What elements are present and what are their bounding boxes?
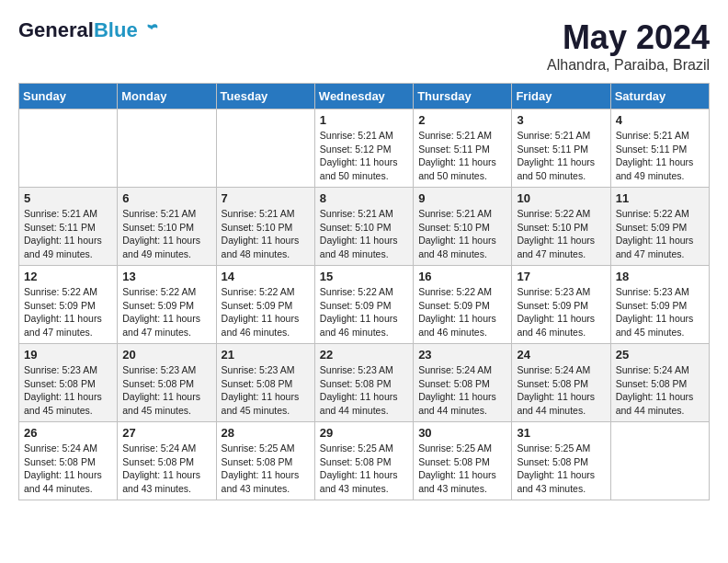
day-number: 9 xyxy=(418,191,506,205)
day-number: 12 xyxy=(24,270,112,283)
table-cell: 6Sunrise: 5:21 AM Sunset: 5:10 PM Daylig… xyxy=(118,188,216,266)
table-cell: 20Sunrise: 5:23 AM Sunset: 5:08 PM Dayli… xyxy=(118,344,216,422)
day-number: 6 xyxy=(122,191,210,205)
logo-general: General xyxy=(18,18,94,41)
table-cell: 12Sunrise: 5:22 AM Sunset: 5:09 PM Dayli… xyxy=(19,266,118,344)
bird-icon xyxy=(140,20,160,40)
day-info: Sunrise: 5:24 AM Sunset: 5:08 PM Dayligh… xyxy=(616,363,704,418)
day-number: 14 xyxy=(222,270,310,283)
day-info: Sunrise: 5:22 AM Sunset: 5:09 PM Dayligh… xyxy=(222,285,310,339)
col-tuesday: Tuesday xyxy=(216,84,314,109)
day-info: Sunrise: 5:25 AM Sunset: 5:08 PM Dayligh… xyxy=(222,442,310,496)
day-number: 1 xyxy=(320,113,408,127)
day-info: Sunrise: 5:21 AM Sunset: 5:10 PM Dayligh… xyxy=(222,207,310,261)
day-number: 28 xyxy=(222,426,310,440)
day-number: 7 xyxy=(222,191,310,205)
logo-blue: Blue xyxy=(94,18,138,41)
day-number: 13 xyxy=(122,270,210,283)
table-cell: 7Sunrise: 5:21 AM Sunset: 5:10 PM Daylig… xyxy=(216,188,314,266)
table-cell: 4Sunrise: 5:21 AM Sunset: 5:11 PM Daylig… xyxy=(610,109,709,188)
day-info: Sunrise: 5:24 AM Sunset: 5:08 PM Dayligh… xyxy=(24,442,112,496)
day-number: 19 xyxy=(24,348,112,362)
day-info: Sunrise: 5:23 AM Sunset: 5:08 PM Dayligh… xyxy=(320,363,408,418)
day-info: Sunrise: 5:22 AM Sunset: 5:09 PM Dayligh… xyxy=(320,285,408,339)
day-info: Sunrise: 5:24 AM Sunset: 5:08 PM Dayligh… xyxy=(517,363,605,418)
day-info: Sunrise: 5:21 AM Sunset: 5:11 PM Dayligh… xyxy=(418,129,506,183)
table-cell: 26Sunrise: 5:24 AM Sunset: 5:08 PM Dayli… xyxy=(19,422,118,500)
day-info: Sunrise: 5:24 AM Sunset: 5:08 PM Dayligh… xyxy=(122,442,210,496)
table-cell: 19Sunrise: 5:23 AM Sunset: 5:08 PM Dayli… xyxy=(19,344,118,422)
table-cell: 24Sunrise: 5:24 AM Sunset: 5:08 PM Dayli… xyxy=(512,344,610,422)
table-cell: 28Sunrise: 5:25 AM Sunset: 5:08 PM Dayli… xyxy=(216,422,314,500)
table-cell: 13Sunrise: 5:22 AM Sunset: 5:09 PM Dayli… xyxy=(118,266,216,344)
col-wednesday: Wednesday xyxy=(314,84,413,109)
table-cell: 14Sunrise: 5:22 AM Sunset: 5:09 PM Dayli… xyxy=(216,266,314,344)
col-friday: Friday xyxy=(512,84,610,109)
day-info: Sunrise: 5:23 AM Sunset: 5:08 PM Dayligh… xyxy=(222,363,310,418)
day-info: Sunrise: 5:21 AM Sunset: 5:10 PM Dayligh… xyxy=(320,207,408,261)
table-cell: 30Sunrise: 5:25 AM Sunset: 5:08 PM Dayli… xyxy=(414,422,512,500)
table-cell: 23Sunrise: 5:24 AM Sunset: 5:08 PM Dayli… xyxy=(414,344,512,422)
table-cell: 25Sunrise: 5:24 AM Sunset: 5:08 PM Dayli… xyxy=(610,344,709,422)
day-number: 10 xyxy=(517,191,605,205)
table-row: 26Sunrise: 5:24 AM Sunset: 5:08 PM Dayli… xyxy=(19,422,710,500)
day-number: 3 xyxy=(517,113,605,127)
day-number: 2 xyxy=(418,113,506,127)
table-cell: 16Sunrise: 5:22 AM Sunset: 5:09 PM Dayli… xyxy=(414,266,512,344)
day-number: 30 xyxy=(418,426,506,440)
table-cell: 3Sunrise: 5:21 AM Sunset: 5:11 PM Daylig… xyxy=(512,109,610,188)
day-number: 25 xyxy=(616,348,704,362)
day-number: 21 xyxy=(222,348,310,362)
day-number: 23 xyxy=(418,348,506,362)
day-info: Sunrise: 5:22 AM Sunset: 5:09 PM Dayligh… xyxy=(122,285,210,339)
day-info: Sunrise: 5:25 AM Sunset: 5:08 PM Dayligh… xyxy=(517,442,605,496)
table-cell: 15Sunrise: 5:22 AM Sunset: 5:09 PM Dayli… xyxy=(314,266,413,344)
day-info: Sunrise: 5:22 AM Sunset: 5:09 PM Dayligh… xyxy=(24,285,112,339)
table-cell: 8Sunrise: 5:21 AM Sunset: 5:10 PM Daylig… xyxy=(314,188,413,266)
day-info: Sunrise: 5:21 AM Sunset: 5:11 PM Dayligh… xyxy=(517,129,605,183)
table-cell: 27Sunrise: 5:24 AM Sunset: 5:08 PM Dayli… xyxy=(118,422,216,500)
table-cell: 29Sunrise: 5:25 AM Sunset: 5:08 PM Dayli… xyxy=(314,422,413,500)
subtitle: Alhandra, Paraiba, Brazil xyxy=(547,57,710,74)
day-info: Sunrise: 5:23 AM Sunset: 5:09 PM Dayligh… xyxy=(616,285,704,339)
day-info: Sunrise: 5:24 AM Sunset: 5:08 PM Dayligh… xyxy=(418,363,506,418)
table-cell: 31Sunrise: 5:25 AM Sunset: 5:08 PM Dayli… xyxy=(512,422,610,500)
table-row: 1Sunrise: 5:21 AM Sunset: 5:12 PM Daylig… xyxy=(19,109,710,188)
table-cell: 1Sunrise: 5:21 AM Sunset: 5:12 PM Daylig… xyxy=(314,109,413,188)
day-info: Sunrise: 5:23 AM Sunset: 5:08 PM Dayligh… xyxy=(122,363,210,418)
day-number: 4 xyxy=(616,113,704,127)
table-row: 19Sunrise: 5:23 AM Sunset: 5:08 PM Dayli… xyxy=(19,344,710,422)
table-row: 5Sunrise: 5:21 AM Sunset: 5:11 PM Daylig… xyxy=(19,188,710,266)
col-monday: Monday xyxy=(118,84,216,109)
table-cell: 5Sunrise: 5:21 AM Sunset: 5:11 PM Daylig… xyxy=(19,188,118,266)
table-cell: 2Sunrise: 5:21 AM Sunset: 5:11 PM Daylig… xyxy=(414,109,512,188)
page: GeneralBlue May 2024 Alhandra, Paraiba, … xyxy=(0,0,728,519)
day-number: 31 xyxy=(517,426,605,440)
table-cell: 18Sunrise: 5:23 AM Sunset: 5:09 PM Dayli… xyxy=(610,266,709,344)
table-cell: 11Sunrise: 5:22 AM Sunset: 5:09 PM Dayli… xyxy=(610,188,709,266)
table-cell xyxy=(19,109,118,188)
day-number: 26 xyxy=(24,426,112,440)
col-saturday: Saturday xyxy=(610,84,709,109)
day-number: 15 xyxy=(320,270,408,283)
day-info: Sunrise: 5:22 AM Sunset: 5:09 PM Dayligh… xyxy=(418,285,506,339)
table-cell: 9Sunrise: 5:21 AM Sunset: 5:10 PM Daylig… xyxy=(414,188,512,266)
table-cell: 17Sunrise: 5:23 AM Sunset: 5:09 PM Dayli… xyxy=(512,266,610,344)
day-number: 5 xyxy=(24,191,112,205)
month-title: May 2024 xyxy=(547,18,710,57)
day-number: 16 xyxy=(418,270,506,283)
day-info: Sunrise: 5:22 AM Sunset: 5:10 PM Dayligh… xyxy=(517,207,605,261)
day-info: Sunrise: 5:21 AM Sunset: 5:10 PM Dayligh… xyxy=(122,207,210,261)
day-info: Sunrise: 5:21 AM Sunset: 5:12 PM Dayligh… xyxy=(320,129,408,183)
col-thursday: Thursday xyxy=(414,84,512,109)
table-row: 12Sunrise: 5:22 AM Sunset: 5:09 PM Dayli… xyxy=(19,266,710,344)
title-block: May 2024 Alhandra, Paraiba, Brazil xyxy=(547,18,710,74)
day-info: Sunrise: 5:21 AM Sunset: 5:10 PM Dayligh… xyxy=(418,207,506,261)
table-cell xyxy=(610,422,709,500)
logo: GeneralBlue xyxy=(18,18,160,42)
table-cell xyxy=(216,109,314,188)
day-info: Sunrise: 5:21 AM Sunset: 5:11 PM Dayligh… xyxy=(24,207,112,261)
day-info: Sunrise: 5:23 AM Sunset: 5:09 PM Dayligh… xyxy=(517,285,605,339)
day-number: 24 xyxy=(517,348,605,362)
header: GeneralBlue May 2024 Alhandra, Paraiba, … xyxy=(18,18,710,74)
